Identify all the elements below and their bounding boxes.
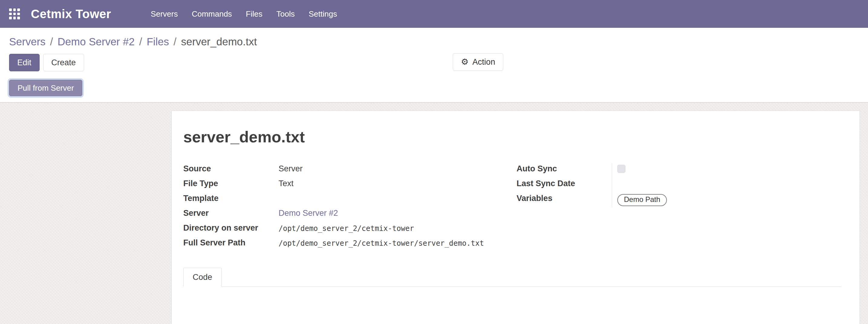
field-label-full-path: Full Server Path bbox=[183, 237, 279, 252]
form-view-background: server_demo.txt Source Server File Type … bbox=[0, 103, 868, 324]
field-row-file-type: File Type Text bbox=[183, 178, 517, 193]
field-wrap-last-sync bbox=[612, 178, 841, 193]
field-row-source: Source Server bbox=[183, 163, 517, 178]
action-button[interactable]: ⚙ Action bbox=[453, 53, 503, 71]
field-value-file-type: Text bbox=[279, 178, 294, 193]
field-row-directory: Directory on server /opt/demo_server_2/c… bbox=[183, 222, 517, 237]
field-label-variables: Variables bbox=[517, 193, 612, 208]
apps-grid-icon[interactable] bbox=[9, 8, 20, 19]
breadcrumb-servers[interactable]: Servers bbox=[9, 36, 46, 48]
field-wrap-variables: Demo Path bbox=[612, 193, 841, 208]
field-row-last-sync: Last Sync Date bbox=[517, 178, 841, 193]
menu-item-settings[interactable]: Settings bbox=[302, 0, 344, 28]
record-title: server_demo.txt bbox=[183, 128, 841, 146]
breadcrumb-files[interactable]: Files bbox=[147, 36, 169, 48]
field-row-variables: Variables Demo Path bbox=[517, 193, 841, 208]
top-navbar: Cetmix Tower Servers Commands Files Tool… bbox=[0, 0, 868, 28]
field-value-server-link[interactable]: Demo Server #2 bbox=[279, 208, 338, 222]
field-value-directory: /opt/demo_server_2/cetmix-tower bbox=[279, 222, 414, 237]
form-control-row: Edit Create ⚙ Action bbox=[0, 52, 868, 72]
field-row-auto-sync: Auto Sync bbox=[517, 163, 841, 178]
notebook-tabs: Code bbox=[183, 268, 841, 287]
field-row-template: Template bbox=[183, 193, 517, 208]
code-tab-pane bbox=[183, 287, 841, 323]
menu-item-tools[interactable]: Tools bbox=[270, 0, 302, 28]
field-wrap-auto-sync bbox=[612, 163, 841, 178]
main-menu: Servers Commands Files Tools Settings bbox=[144, 0, 344, 28]
field-column-left: Source Server File Type Text Template Se… bbox=[183, 163, 517, 252]
field-label-directory: Directory on server bbox=[183, 222, 279, 237]
pull-from-server-button[interactable]: Pull from Server bbox=[9, 80, 82, 96]
app-brand-title[interactable]: Cetmix Tower bbox=[31, 7, 111, 21]
field-label-template: Template bbox=[183, 193, 279, 208]
create-button[interactable]: Create bbox=[43, 54, 84, 71]
statusbar: Pull from Server bbox=[0, 80, 868, 96]
field-label-server: Server bbox=[183, 208, 279, 222]
breadcrumb-separator: / bbox=[50, 36, 53, 48]
field-value-full-path: /opt/demo_server_2/cetmix-tower/server_d… bbox=[279, 237, 484, 252]
menu-item-commands[interactable]: Commands bbox=[185, 0, 239, 28]
field-column-right: Auto Sync Last Sync Date Variables Demo … bbox=[517, 163, 841, 252]
breadcrumb-separator: / bbox=[139, 36, 142, 48]
field-label-source: Source bbox=[183, 163, 279, 178]
tab-code[interactable]: Code bbox=[183, 268, 222, 287]
field-row-server: Server Demo Server #2 bbox=[183, 208, 517, 222]
field-label-auto-sync: Auto Sync bbox=[517, 163, 612, 178]
menu-item-servers[interactable]: Servers bbox=[144, 0, 185, 28]
breadcrumb-separator: / bbox=[174, 36, 177, 48]
field-row-full-path: Full Server Path /opt/demo_server_2/cetm… bbox=[183, 237, 517, 252]
breadcrumb: Servers / Demo Server #2 / Files / serve… bbox=[0, 28, 868, 52]
field-value-source: Server bbox=[279, 163, 303, 178]
action-button-label: Action bbox=[472, 58, 495, 67]
field-label-file-type: File Type bbox=[183, 178, 279, 193]
menu-item-files[interactable]: Files bbox=[239, 0, 270, 28]
edit-button[interactable]: Edit bbox=[9, 54, 40, 71]
field-grid: Source Server File Type Text Template Se… bbox=[183, 163, 841, 252]
field-label-last-sync: Last Sync Date bbox=[517, 178, 612, 193]
breadcrumb-current-file: server_demo.txt bbox=[181, 36, 257, 48]
gear-icon: ⚙ bbox=[461, 58, 468, 66]
auto-sync-checkbox[interactable] bbox=[617, 165, 625, 173]
variable-tag-demo-path: Demo Path bbox=[617, 194, 667, 206]
form-sheet: server_demo.txt Source Server File Type … bbox=[172, 110, 860, 324]
breadcrumb-demo-server[interactable]: Demo Server #2 bbox=[58, 36, 134, 48]
